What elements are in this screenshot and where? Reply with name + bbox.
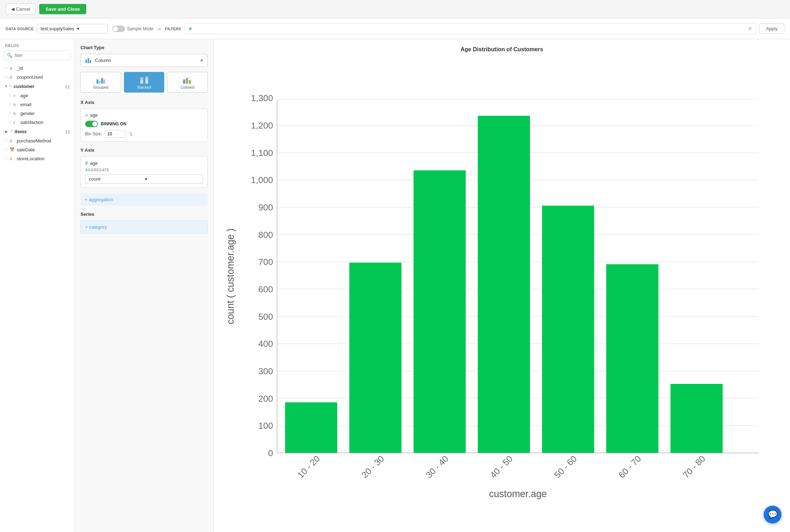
chart-title: Age Distribution of Customers: [221, 46, 783, 53]
drag-handle-icon: ⠿: [5, 75, 7, 79]
field-item-couponused[interactable]: ⠿ A couponUsed: [0, 73, 74, 82]
series-title: Series: [80, 212, 208, 217]
field-name-age: age: [20, 93, 28, 98]
svg-rect-12: [186, 78, 188, 84]
field-type-text-icon: A: [13, 103, 18, 107]
x-axis-section: X Axis A age BINNING ON Bin Size: ⇅: [80, 100, 208, 142]
sidebar: FIELDS 🔍 ⠿ A _id ⠿ A couponUsed ▾ ⠿ cust…: [0, 39, 75, 532]
svg-rect-5: [101, 78, 103, 84]
field-item-age[interactable]: ⠿ # age: [4, 91, 74, 100]
binsize-label: Bin Size:: [85, 131, 102, 136]
cancel-button[interactable]: ◀ Cancel: [6, 4, 36, 15]
field-group-customer[interactable]: ▾ ⠿ customer { }: [0, 82, 74, 91]
chart-svg: 0 100 200 300 400 500 600 700 800 900 1,…: [221, 60, 783, 525]
chart-type-section-title: Chart Type: [80, 45, 208, 50]
svg-text:100: 100: [258, 421, 273, 431]
filters-label: Filters: [165, 27, 181, 31]
datasource-dropdown[interactable]: test.supplySales ▾: [37, 24, 108, 33]
chevron-down-icon: ▾: [5, 84, 7, 88]
sample-mode-toggle[interactable]: [112, 26, 125, 32]
field-type-hash-icon: #: [13, 120, 18, 125]
field-name-couponused: couponUsed: [17, 74, 43, 80]
svg-text:500: 500: [258, 312, 273, 322]
field-type-text-icon: A: [10, 66, 15, 71]
field-item-storelocation[interactable]: ⠿ A storeLocation: [0, 154, 74, 163]
field-name-gender: gender: [20, 111, 35, 116]
field-array-icon: [ ]: [66, 130, 69, 134]
svg-text:30 - 40: 30 - 40: [424, 454, 450, 480]
x-axis-title: X Axis: [80, 100, 208, 105]
filter-bar: Data Source test.supplySales ▾ Sample Mo…: [0, 19, 790, 39]
x-axis-label: customer.age: [489, 489, 547, 499]
drag-handle-icon: ⠿: [9, 120, 11, 124]
y-axis-field-name: age: [90, 161, 98, 166]
filter-input[interactable]: [196, 26, 745, 31]
field-type-text-icon: A: [10, 139, 15, 143]
chart-type-label: Column: [95, 58, 198, 63]
field-type-text-icon: A: [13, 111, 18, 116]
svg-text:1,000: 1,000: [251, 175, 273, 185]
drag-handle-icon: ⠿: [5, 148, 7, 152]
drag-handle-icon: ⠿: [9, 111, 11, 115]
drag-handle-icon: ⠿: [9, 103, 11, 106]
field-item-purchasemethod[interactable]: ⠿ A purchaseMethod: [0, 136, 74, 145]
binsize-spinner-icon: ⇅: [129, 131, 133, 137]
field-object-icon: { }: [65, 84, 69, 89]
bar-50-60: [542, 206, 594, 453]
filter-funnel-icon: ▼: [188, 26, 193, 32]
colored-variant[interactable]: Colored: [167, 72, 208, 93]
svg-rect-9: [145, 79, 148, 84]
y-axis-box: # age AGGREGATE count ▾: [80, 156, 208, 188]
stacked-label: Stacked: [137, 85, 151, 89]
bar-60-70: [606, 264, 659, 453]
sample-mode-section: Sample Mode: [112, 26, 154, 32]
aggregate-value: count: [89, 176, 144, 182]
filter-clear-icon[interactable]: ✕: [748, 25, 752, 32]
x-axis-box: A age BINNING ON Bin Size: ⇅: [80, 109, 208, 142]
svg-text:300: 300: [258, 366, 273, 376]
svg-text:1,300: 1,300: [251, 93, 273, 103]
svg-text:10 - 20: 10 - 20: [296, 454, 322, 480]
field-item-id[interactable]: ⠿ A _id: [0, 64, 74, 73]
svg-text:900: 900: [258, 203, 273, 212]
field-name-saledate: saleDate: [17, 147, 35, 152]
svg-rect-2: [90, 60, 91, 63]
bar-70-80: [670, 384, 723, 453]
stacked-variant[interactable]: Stacked: [124, 72, 165, 93]
customer-children: ⠿ # age ⠿ A email ⠿ A gender ⠿ # satisfa…: [0, 91, 74, 127]
drag-handle-icon: ⠿: [5, 139, 7, 143]
x-axis-field-icon: A: [85, 113, 88, 118]
apply-button[interactable]: Apply: [759, 24, 784, 34]
fields-search-input[interactable]: [15, 53, 68, 58]
bar-20-30: [349, 263, 402, 453]
field-item-satisfaction[interactable]: ⠿ # satisfaction: [4, 118, 74, 127]
datasource-section: Data Source test.supplySales ▾: [6, 24, 108, 33]
grouped-label: Grouped: [93, 85, 108, 89]
sample-mode-label: Sample Mode: [127, 26, 154, 31]
field-name-id: _id: [17, 66, 23, 71]
grouped-variant[interactable]: Grouped: [80, 72, 121, 93]
chat-button[interactable]: 💬: [764, 506, 781, 523]
drag-handle-icon: ⠿: [9, 84, 11, 88]
add-category-button[interactable]: + category: [80, 220, 208, 234]
binsize-input[interactable]: [105, 130, 126, 138]
field-group-items[interactable]: ▶ ⠿ items [ ]: [0, 127, 74, 136]
y-axis-label: count ( customer.age ): [225, 228, 236, 324]
field-item-email[interactable]: ⠿ A email: [4, 100, 74, 109]
datasource-value: test.supplySales: [41, 26, 74, 31]
aggregate-dropdown[interactable]: count ▾: [85, 174, 203, 184]
datasource-caret-icon: ▾: [77, 26, 104, 31]
svg-rect-0: [85, 59, 87, 63]
chart-container: 0 100 200 300 400 500 600 700 800 900 1,…: [221, 60, 783, 525]
chart-type-dropdown[interactable]: Column ▾: [80, 54, 208, 67]
field-item-saledate[interactable]: ⠿ 📅 saleDate: [0, 145, 74, 154]
svg-text:40 - 50: 40 - 50: [488, 454, 515, 480]
drag-handle-icon: ⠿: [5, 157, 7, 161]
field-item-gender[interactable]: ⠿ A gender: [4, 109, 74, 118]
binning-toggle[interactable]: [85, 121, 98, 127]
save-close-button[interactable]: Save and Close: [39, 4, 86, 14]
svg-text:50 - 60: 50 - 60: [552, 454, 579, 480]
svg-text:1,100: 1,100: [251, 148, 273, 158]
fields-search-wrap: 🔍: [4, 51, 71, 60]
add-aggregation-button[interactable]: + aggregation: [80, 193, 208, 206]
